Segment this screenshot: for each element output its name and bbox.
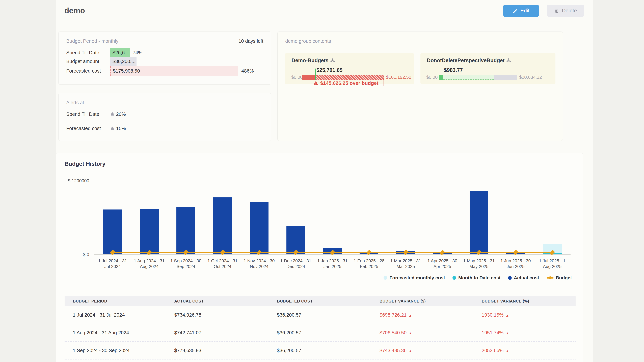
delete-button[interactable]: Delete xyxy=(547,5,584,17)
x-axis-label-text: 1 Jul 2024 - 31 Jul 2024 xyxy=(96,258,129,269)
legend-label: Actual cost xyxy=(514,275,539,281)
alert-forecast-value: 15% xyxy=(116,126,126,131)
budget-item-progress-bar[interactable] xyxy=(439,75,517,80)
legend-item[interactable]: Forecasted monthly cost xyxy=(384,275,445,281)
cell-budget-variance-pct: 2053.66%▲ xyxy=(474,348,576,353)
x-axis-label: 1 Jan 2025 - 31 Jan 2025 xyxy=(314,258,351,269)
budget-detail-page: demo Edit Delete Budget Period - monthly… xyxy=(0,0,644,362)
legend-item[interactable]: Budget xyxy=(546,275,572,281)
x-axis-label-text: 1 Feb 2025 - 28 Feb 2025 xyxy=(352,258,386,269)
x-axis-label: 1 Sep 2024 - 30 Sep 2024 xyxy=(168,258,204,269)
spend-till-date-label: Spend Till Date xyxy=(66,50,110,55)
forecasted-cost-percent: 486% xyxy=(241,68,254,74)
page-title: demo xyxy=(64,6,85,15)
budget-legend-diamond-icon xyxy=(548,276,552,280)
hierarchy-icon xyxy=(506,58,511,63)
x-axis-label: 1 Apr 2025 - 30 Apr 2025 xyxy=(424,258,460,269)
budget-period-card-title: Budget Period - monthly xyxy=(66,38,118,44)
cell-budget-period: 1 Jul 2024 - 31 Jul 2024 xyxy=(64,312,166,318)
forecasted-cost-row: Forecasted cost $175,908.50 486% xyxy=(66,66,266,76)
variance-up-icon: ▲ xyxy=(506,313,509,317)
edit-button-label: Edit xyxy=(520,8,529,14)
cell-budget-period: 1 Sep 2024 - 30 Sep 2024 xyxy=(64,348,166,353)
x-axis-label-text: 1 Dec 2024 - 31 Dec 2024 xyxy=(279,258,312,269)
over-budget-text: $145,626.25 over budget xyxy=(320,80,378,86)
x-axis-label-text: 1 Mar 2025 - 31 Mar 2025 xyxy=(389,258,422,269)
table-row[interactable]: 1 Jul 2024 - 31 Jul 2024$734,926.78$36,2… xyxy=(64,306,576,324)
x-axis-label: 1 Nov 2024 - 30 Nov 2024 xyxy=(241,258,278,269)
table-row[interactable]: 1 Sep 2024 - 30 Sep 2024$779,635.93$36,2… xyxy=(64,342,576,360)
spend-segment xyxy=(439,75,443,80)
budget-item-demo-budgets[interactable]: Demo-Budgets $25,701.65 $0.00 $161,192.5… xyxy=(285,53,414,84)
chart-legend: Forecasted monthly costMonth to Date cos… xyxy=(384,275,572,281)
budget-table-header: BUDGET PERIODACTUAL COSTBUDGETED COSTBUD… xyxy=(64,296,576,306)
actual-cost-bar[interactable] xyxy=(103,210,122,255)
table-row[interactable]: 1 Aug 2024 - 31 Aug 2024$742,741.07$36,2… xyxy=(64,324,576,342)
budget-legend-icon xyxy=(546,277,554,279)
legend-item[interactable]: Actual cost xyxy=(508,275,539,281)
variance-up-icon: ▲ xyxy=(506,331,509,335)
x-axis-label-text: 1 Apr 2025 - 30 Apr 2025 xyxy=(426,258,459,269)
budget-item-current-value: $25,701.65 xyxy=(316,67,342,73)
table-header-cell: ACTUAL COST xyxy=(166,299,269,304)
delete-button-label: Delete xyxy=(562,8,577,14)
x-axis-label-text: 1 Sep 2024 - 30 Sep 2024 xyxy=(169,258,202,269)
alerts-card: Alerts at Spend Till Date 20% Forecasted… xyxy=(58,93,271,141)
actual-cost-bar[interactable] xyxy=(470,191,488,255)
chart-xlabels: 1 Jul 2024 - 31 Jul 20241 Aug 2024 - 31 … xyxy=(94,258,570,269)
spend-till-date-row: Spend Till Date $26,6... 74% xyxy=(66,48,266,57)
spend-marker-line xyxy=(442,68,443,80)
forecast-marker-line xyxy=(384,75,384,86)
table-header-cell: BUDGET VARIANCE ($) xyxy=(371,299,474,304)
cell-budget-variance-pct: 1930.15%▲ xyxy=(474,312,576,318)
actual-cost-bar[interactable] xyxy=(140,209,159,255)
budget-item-progress-bar[interactable] xyxy=(302,75,384,80)
forecast-segment xyxy=(315,75,384,80)
budget-item-max-label: $20,634.32 xyxy=(519,75,542,80)
bell-icon xyxy=(110,112,115,116)
edit-button[interactable]: Edit xyxy=(503,5,539,17)
x-axis-label: 1 Oct 2024 - 31 Oct 2024 xyxy=(204,258,241,269)
hierarchy-icon xyxy=(330,58,335,63)
y-axis-label: $ 0 xyxy=(56,252,89,257)
x-axis-label-text: 1 Jun 2025 - 30 Jun 2025 xyxy=(499,258,532,269)
budget-item-donotdelete[interactable]: DonotDeletePerspectiveBudget $983.77 $0.… xyxy=(420,53,556,84)
actual-cost-bar[interactable] xyxy=(250,202,268,255)
variance-up-icon: ▲ xyxy=(506,349,509,353)
budget-history-panel: Budget History $ 1200000$ 0 1 Jul 2024 -… xyxy=(56,153,583,362)
cell-budget-variance-pct: 1951.74%▲ xyxy=(474,330,576,336)
legend-item[interactable]: Month to Date cost xyxy=(452,275,500,281)
warning-icon xyxy=(313,81,318,86)
cell-actual-cost: $742,741.07 xyxy=(166,330,269,336)
cell-actual-cost: $734,926.78 xyxy=(166,312,269,318)
alert-row-spend: Spend Till Date 20% xyxy=(66,111,126,117)
actual-cost-bar[interactable] xyxy=(176,207,195,255)
legend-label: Budget xyxy=(556,275,572,281)
alert-forecast-label: Forecasted cost xyxy=(66,126,110,131)
x-axis-label-text: 1 Jul 2025 - 1 Aug 2025 xyxy=(536,258,569,269)
x-axis-label: 1 Jul 2025 - 1 Aug 2025 xyxy=(534,258,570,269)
x-axis-label: 1 Aug 2024 - 31 Aug 2024 xyxy=(131,258,167,269)
table-header-cell: BUDGET VARIANCE (%) xyxy=(474,299,576,304)
budget-item-min-label: $0.00 xyxy=(426,75,438,80)
forecast-segment xyxy=(443,75,494,80)
budget-item-current-value: $983.77 xyxy=(444,67,463,73)
budget-item-name: DonotDeletePerspectiveBudget xyxy=(427,57,504,63)
over-budget-alert: $145,626.25 over budget xyxy=(302,80,390,86)
cell-budget-variance-usd: $698,726.21▲ xyxy=(371,312,474,318)
forecasted-cost-bar[interactable]: $175,908.50 xyxy=(110,66,238,76)
legend-dot-icon xyxy=(384,276,387,280)
spend-till-date-bar[interactable]: $26,6... xyxy=(110,48,130,57)
budget-amount-row: Budget amount $36,200.... xyxy=(66,57,266,66)
alert-spend-label: Spend Till Date xyxy=(66,111,110,117)
alert-row-forecast: Forecasted cost 15% xyxy=(66,125,126,132)
legend-label: Month to Date cost xyxy=(458,275,500,281)
budget-table-body: 1 Jul 2024 - 31 Jul 2024$734,926.78$36,2… xyxy=(64,306,576,360)
budget-amount-bar[interactable]: $36,200.... xyxy=(110,57,136,66)
x-axis-label-text: 1 Jan 2025 - 31 Jan 2025 xyxy=(316,258,349,269)
cell-budget-variance-usd: $706,540.50▲ xyxy=(371,330,474,336)
actual-cost-bar[interactable] xyxy=(213,197,232,255)
page-content: Budget Period - monthly 10 days left Spe… xyxy=(56,25,593,362)
x-axis-label-text: 1 Oct 2024 - 31 Oct 2024 xyxy=(206,258,239,269)
x-axis-label-text: 1 May 2025 - 31 May 2025 xyxy=(462,258,496,269)
